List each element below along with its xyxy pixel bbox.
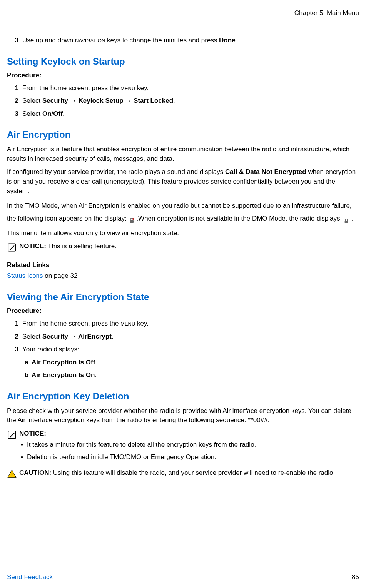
svg-rect-0 — [130, 220, 134, 223]
procedure-label: Procedure: — [7, 72, 359, 79]
step-number: 3 — [12, 344, 21, 354]
step-number: 3 — [12, 109, 21, 119]
caution-body: CAUTION: Using this feature will disable… — [18, 468, 359, 478]
text-fragment: Use up and down — [22, 37, 75, 44]
text-fragment: . — [95, 359, 97, 366]
step-text: Use up and down NAVIGATION keys to chang… — [21, 35, 359, 45]
substep-text: Air Encryption Is On. — [32, 370, 97, 380]
svg-rect-8 — [12, 476, 12, 476]
text-fragment: . — [173, 97, 175, 104]
encryption-on-label: Air Encryption Is On — [32, 371, 95, 379]
caution-text: Using this feature will disable the radi… — [51, 469, 335, 476]
send-feedback-link[interactable]: Send Feedback — [7, 573, 53, 581]
view-step-1: 1 From the home screen, press the MENU k… — [7, 319, 359, 329]
view-substep-a: a Air Encryption Is Off. — [7, 357, 359, 368]
off-label: Off — [53, 110, 63, 117]
menu-path: Security → Keylock Setup → Start Locked — [42, 97, 173, 104]
text-fragment: If configured by your service provider, … — [7, 168, 225, 175]
done-label: Done — [219, 37, 236, 44]
text-fragment: . — [112, 333, 114, 340]
step-number: 1 — [12, 83, 21, 93]
notice-body: NOTICE: It takes a minute for this featu… — [18, 429, 359, 465]
svg-rect-7 — [12, 472, 12, 475]
text-fragment: .When encryption is not available in the… — [136, 215, 344, 222]
heading-view-state: Viewing the Air Encryption State — [7, 292, 359, 302]
step-text: From the home screen, press the MENU key… — [21, 319, 359, 329]
notice-bullet-1: It takes a minute for this feature to de… — [19, 440, 359, 450]
text-fragment: key. — [135, 320, 149, 327]
air-para-4: This menu item allows you only to view a… — [7, 229, 359, 238]
text-fragment: From the home screen, press the — [22, 320, 120, 327]
menu-key-label: MENU — [120, 321, 135, 327]
step-number: 3 — [12, 35, 21, 45]
text-fragment: key. — [135, 84, 149, 92]
text-fragment: . — [236, 37, 237, 44]
text-fragment: . — [63, 110, 65, 117]
related-links-label: Related Links — [7, 261, 359, 269]
procedure-label: Procedure: — [7, 307, 359, 315]
notice-body: NOTICE: This is a selling feature. — [18, 242, 359, 251]
heading-keylock: Setting Keylock on Startup — [7, 56, 359, 67]
svg-point-1 — [132, 218, 134, 220]
page-number: 85 — [352, 573, 359, 581]
air-para-2: If configured by your service provider, … — [7, 167, 359, 196]
page-footer: Send Feedback 85 — [7, 573, 359, 581]
notice-text: This is a selling feature. — [46, 242, 117, 250]
step-number: 1 — [12, 319, 21, 329]
step-text: From the home screen, press the MENU key… — [21, 83, 359, 93]
substep-number: b — [25, 370, 32, 380]
notice-row-air: NOTICE: This is a selling feature. — [7, 242, 359, 254]
text-fragment: . — [352, 215, 354, 222]
keylock-step-3: 3 Select On/Off. — [7, 109, 359, 119]
text-fragment: Select — [22, 333, 42, 340]
notice-icon — [7, 429, 18, 442]
related-link-line: Status Icons on page 32 — [7, 271, 359, 281]
navigation-key-label: NAVIGATION — [75, 38, 105, 43]
step-number: 2 — [12, 332, 21, 342]
encryption-unavailable-dmo-icon — [344, 215, 350, 222]
caution-label: CAUTION: — [19, 469, 51, 476]
caution-icon — [7, 468, 18, 481]
menu-key-label: MENU — [120, 85, 135, 91]
step-text: Your radio displays: — [21, 344, 359, 354]
notice-bullet-2: Deletion is performed in idle TMO/DMO or… — [19, 453, 359, 462]
encryption-off-label: Air Encryption Is Off — [32, 359, 95, 366]
text-fragment: keys to change the minutes and press — [105, 37, 219, 44]
notice-row-delete: NOTICE: It takes a minute for this featu… — [7, 429, 359, 465]
view-step-2: 2 Select Security → AirEncrypt. — [7, 332, 359, 342]
page-header: Chapter 5: Main Menu — [7, 9, 359, 17]
keylock-step-1: 1 From the home screen, press the MENU k… — [7, 83, 359, 93]
substep-number: a — [25, 357, 32, 368]
step-text: Select On/Off. — [21, 109, 359, 119]
notice-label: NOTICE: — [19, 430, 46, 437]
substep-text: Air Encryption Is Off. — [32, 357, 97, 368]
call-data-not-encrypted-label: Call & Data Not Encrypted — [225, 168, 306, 175]
svg-rect-2 — [345, 220, 348, 223]
encryption-unavailable-tmo-icon — [129, 215, 135, 222]
svg-point-4 — [13, 246, 15, 247]
svg-point-6 — [13, 433, 15, 434]
page-content: 3 Use up and down NAVIGATION keys to cha… — [7, 35, 359, 481]
text-fragment: on page 32 — [43, 272, 78, 279]
status-icons-link[interactable]: Status Icons — [7, 272, 43, 279]
air-para-1: Air Encryption is a feature that enables… — [7, 145, 359, 164]
orphan-step-3: 3 Use up and down NAVIGATION keys to cha… — [7, 35, 359, 45]
step-number: 2 — [12, 96, 21, 106]
notice-label: NOTICE: — [19, 242, 46, 250]
keylock-step-2: 2 Select Security → Keylock Setup → Star… — [7, 96, 359, 106]
heading-air-encryption: Air Encryption — [7, 129, 359, 140]
text-fragment: . — [95, 371, 97, 379]
delete-para-1: Please check with your service provider … — [7, 406, 359, 425]
caution-row: CAUTION: Using this feature will disable… — [7, 468, 359, 481]
step-text: Select Security → Keylock Setup → Start … — [21, 96, 359, 106]
menu-path: Security → AirEncrypt — [42, 333, 112, 340]
step-text: Select Security → AirEncrypt. — [21, 332, 359, 342]
air-para-3: In the TMO Mode, when Air Encryption is … — [7, 200, 359, 225]
notice-icon — [7, 242, 18, 254]
view-substep-b: b Air Encryption Is On. — [7, 370, 359, 380]
heading-key-deletion: Air Encryption Key Deletion — [7, 391, 359, 402]
text-fragment: Select — [22, 97, 42, 104]
on-label: On — [42, 110, 52, 117]
text-fragment: From the home screen, press the — [22, 84, 120, 92]
view-step-3: 3 Your radio displays: — [7, 344, 359, 354]
